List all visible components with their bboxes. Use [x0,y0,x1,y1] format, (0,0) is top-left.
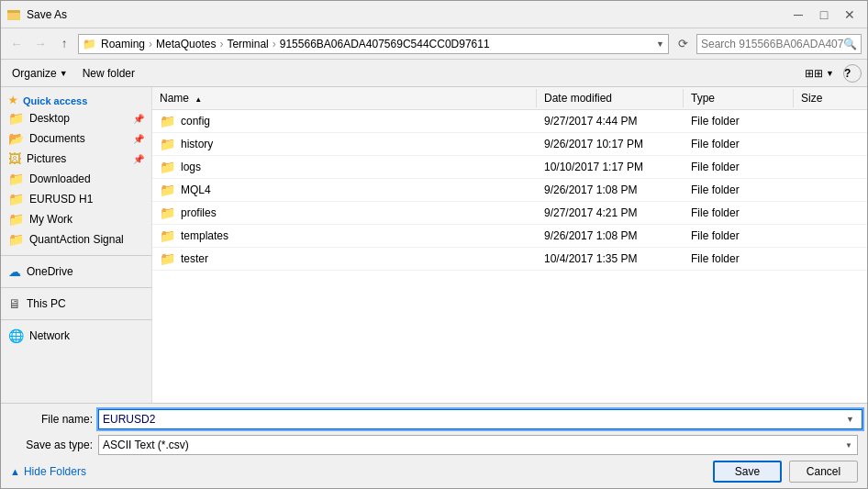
svg-rect-1 [7,13,20,20]
breadcrumb-terminal[interactable]: Terminal [227,38,268,50]
back-button[interactable]: ← [6,34,27,54]
header-name[interactable]: Name ▲ [152,89,537,107]
folder-eurusd-icon: 📁 [8,192,24,206]
toolbar: Organize ▼ New folder ⊞⊞ ▼ ? [1,60,867,87]
pin-desktop-icon: 📌 [133,114,144,124]
search-box[interactable]: 🔍 [696,34,862,54]
file-size [794,117,867,125]
file-type: File folder [684,111,794,131]
file-type: File folder [684,203,794,223]
table-row[interactable]: 📁 tester 10/4/2017 1:35 PM File folder [152,248,867,271]
sidebar-item-eurusd[interactable]: 📁 EURUSD H1 [1,189,151,209]
breadcrumb-sep2: › [219,38,223,50]
svg-rect-2 [7,10,13,13]
help-button[interactable]: ? [843,64,862,83]
file-name: MQL4 [181,183,211,196]
nav-bar: ← → ↑ 📁 Roaming › MetaQuotes › Terminal … [1,28,867,60]
collapse-icon: ▲ [10,466,20,477]
file-date: 9/27/2017 4:44 PM [537,111,684,131]
file-name: config [181,115,210,128]
header-size[interactable]: Size [794,89,867,107]
breadcrumb-roaming[interactable]: Roaming [101,38,145,50]
cancel-button[interactable]: Cancel [789,461,858,483]
save-button[interactable]: Save [713,461,782,483]
title-bar-controls: ─ □ ✕ [786,5,862,25]
breadcrumb-dropdown-icon[interactable]: ▼ [656,39,664,49]
sidebar-item-mywork[interactable]: 📁 My Work [1,209,151,229]
sidebar-item-thispc[interactable]: 🖥 This PC [1,294,151,314]
thispc-icon: 🖥 [8,296,21,311]
new-folder-button[interactable]: New folder [77,65,140,82]
file-name: templates [181,229,228,242]
close-button[interactable]: ✕ [838,5,862,25]
table-row[interactable]: 📁 config 9/27/2017 4:44 PM File folder [152,110,867,133]
pin-pictures-icon: 📌 [133,154,144,164]
folder-row-icon: 📁 [160,114,175,128]
filename-input[interactable] [98,409,862,429]
organize-label: Organize [12,67,57,80]
file-list-header: Name ▲ Date modified Type Size [152,87,867,110]
file-date: 9/26/2017 1:08 PM [537,226,684,246]
savetype-label: Save as type: [10,439,93,451]
folder-row-icon: 📁 [160,137,175,151]
folder-row-icon: 📁 [160,206,175,220]
savetype-row: Save as type: ASCII Text (*.csv) [10,435,858,455]
savetype-select-wrapper[interactable]: ASCII Text (*.csv) [98,435,858,455]
file-name-cell: 📁 profiles [152,202,537,224]
minimize-button[interactable]: ─ [786,5,810,25]
file-list-area: Name ▲ Date modified Type Size 📁 config … [152,87,867,403]
folder-row-icon: 📁 [160,160,175,174]
breadcrumb-hash[interactable]: 915566BA06ADA407569C544CC0D97611 [280,38,490,50]
sidebar: ★ Quick access 📁 Desktop 📌 📂 Documents 📌… [1,87,152,403]
refresh-button[interactable]: ⟳ [673,34,693,54]
view-button[interactable]: ⊞⊞ ▼ [799,65,840,82]
table-row[interactable]: 📁 MQL4 9/26/2017 1:08 PM File folder [152,179,867,202]
dialog-title: Save As [27,8,67,21]
view-icon: ⊞⊞ [805,67,823,80]
folder-row-icon: 📁 [160,183,175,197]
file-name: profiles [181,206,217,219]
dialog-icon [6,7,21,22]
file-size [794,140,867,148]
file-name-cell: 📁 history [152,133,537,155]
new-folder-label: New folder [83,67,135,80]
header-date[interactable]: Date modified [537,89,684,107]
file-name: logs [181,161,201,173]
sidebar-item-network[interactable]: 🌐 Network [1,326,151,346]
file-name-cell: 📁 tester [152,248,537,270]
maximize-button[interactable]: □ [812,5,836,25]
forward-button[interactable]: → [30,34,50,54]
filename-dropdown-icon[interactable]: ▼ [846,415,854,424]
action-area: ▲ Hide Folders Save Cancel [10,461,858,483]
header-type[interactable]: Type [684,89,794,107]
breadcrumb-bar[interactable]: 📁 Roaming › MetaQuotes › Terminal › 9155… [78,34,669,54]
up-button[interactable]: ↑ [54,34,74,54]
table-row[interactable]: 📁 profiles 9/27/2017 4:21 PM File folder [152,202,867,225]
title-bar: Save As ─ □ ✕ [1,1,867,28]
file-name-cell: 📁 logs [152,156,537,178]
file-name: history [181,138,213,150]
network-icon: 🌐 [8,328,24,343]
search-input[interactable] [701,38,843,50]
table-row[interactable]: 📁 logs 10/10/2017 1:17 PM File folder [152,156,867,179]
breadcrumb-sep1: › [149,38,152,50]
savetype-select[interactable]: ASCII Text (*.csv) [98,435,858,455]
sidebar-divider1 [1,255,151,256]
table-row[interactable]: 📁 templates 9/26/2017 1:08 PM File folde… [152,225,867,248]
breadcrumb-metaquotes[interactable]: MetaQuotes [156,38,216,50]
file-size [794,232,867,239]
sidebar-item-pictures[interactable]: 🖼 Pictures 📌 [1,149,151,169]
sidebar-item-onedrive[interactable]: ☁ OneDrive [1,261,151,282]
sidebar-item-documents[interactable]: 📂 Documents 📌 [1,128,151,149]
file-name-cell: 📁 templates [152,225,537,247]
bottom-left: ▲ Hide Folders [10,465,86,478]
sidebar-item-quantaction[interactable]: 📁 QuantAction Signal [1,229,151,250]
main-content: ★ Quick access 📁 Desktop 📌 📂 Documents 📌… [1,87,867,403]
hide-folders-btn[interactable]: ▲ Hide Folders [10,465,86,478]
sidebar-divider2 [1,287,151,288]
organize-button[interactable]: Organize ▼ [6,65,73,82]
table-row[interactable]: 📁 history 9/26/2017 10:17 PM File folder [152,133,867,156]
sidebar-item-downloaded[interactable]: 📁 Downloaded [1,169,151,189]
sidebar-item-desktop[interactable]: 📁 Desktop 📌 [1,108,151,128]
file-date: 9/26/2017 1:08 PM [537,180,684,200]
